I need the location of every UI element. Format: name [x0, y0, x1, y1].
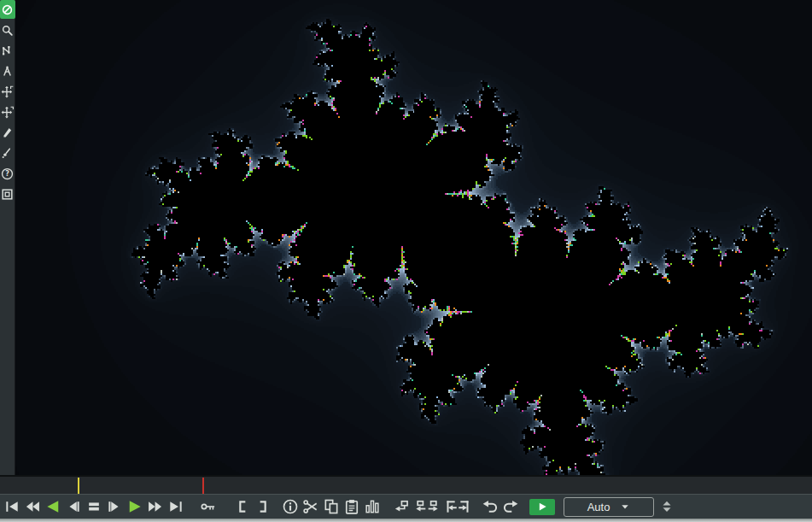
knife-icon — [1, 126, 14, 139]
goto-end-button[interactable] — [166, 496, 186, 517]
playback-rate-dropdown[interactable]: Auto — [564, 497, 654, 517]
polyline-tool-button[interactable] — [0, 41, 15, 60]
timeline[interactable] — [0, 475, 812, 494]
measure-tool-button[interactable] — [0, 62, 15, 80]
paste-button[interactable] — [342, 496, 362, 517]
bottom-resize-handle[interactable] — [0, 519, 812, 522]
skip-start-icon — [3, 498, 20, 515]
pingpong-playback-button[interactable] — [412, 496, 442, 517]
help-button[interactable] — [0, 164, 15, 183]
fractal-viewport[interactable] — [15, 0, 812, 475]
range-icon — [443, 498, 472, 515]
step-back-button[interactable] — [63, 496, 84, 517]
play-right-icon — [126, 498, 143, 515]
stop-button[interactable] — [84, 496, 104, 517]
skip-end-icon — [167, 498, 184, 515]
compass-icon — [1, 65, 14, 78]
marker-jump-icon — [393, 498, 410, 515]
set-in-point-button[interactable] — [232, 496, 253, 517]
no-tool-button[interactable] — [0, 0, 15, 19]
redo-button[interactable] — [500, 496, 521, 517]
play-left-icon — [44, 498, 61, 515]
up-down-arrows-icon — [660, 499, 674, 514]
chevron-down-icon — [620, 501, 630, 512]
viewer-canvas-area — [15, 0, 812, 475]
scissors-icon — [302, 498, 319, 515]
goto-start-button[interactable] — [2, 496, 22, 517]
cut-button[interactable] — [301, 496, 321, 517]
move-corner-a-icon — [1, 85, 14, 98]
frame-icon — [1, 188, 14, 201]
circle-slash-icon — [1, 3, 14, 16]
step-right-icon — [106, 498, 123, 515]
info-icon — [282, 498, 299, 515]
histogram-button[interactable] — [362, 496, 383, 517]
undo-icon — [482, 498, 499, 515]
bracket-left-icon — [234, 498, 251, 515]
render-button[interactable] — [529, 499, 555, 515]
rewind-icon — [24, 498, 41, 515]
polyline-icon — [1, 44, 14, 57]
frame-tool-button[interactable] — [0, 185, 15, 203]
fast-forward-icon — [147, 498, 164, 515]
key-icon — [200, 498, 217, 515]
paste-icon — [343, 498, 360, 515]
brush-tool-button[interactable] — [0, 144, 15, 162]
step-forward-button[interactable] — [104, 496, 125, 517]
playhead-marker[interactable] — [78, 478, 79, 494]
edit-controls — [186, 496, 555, 517]
move-tool-b-button[interactable] — [0, 103, 15, 121]
brush-icon — [1, 147, 14, 160]
playback-rate-value: Auto — [587, 501, 610, 513]
move-tool-a-button[interactable] — [0, 82, 15, 101]
app-window: Auto — [0, 0, 812, 522]
pingpong-icon — [412, 498, 441, 515]
redo-icon — [502, 498, 519, 515]
tool-sidebar — [0, 0, 15, 475]
fast-forward-button[interactable] — [145, 496, 166, 517]
frame-spinner[interactable] — [660, 499, 674, 514]
playback-toolbar: Auto — [0, 494, 812, 519]
jump-to-marker-button[interactable] — [391, 496, 412, 517]
step-left-icon — [65, 498, 82, 515]
zoom-tool-button[interactable] — [0, 21, 15, 39]
key-button[interactable] — [198, 496, 219, 517]
bracket-right-icon — [254, 498, 272, 515]
play-forward-button[interactable] — [125, 496, 145, 517]
move-corner-b-icon — [1, 106, 14, 119]
info-button[interactable] — [280, 496, 301, 517]
copy-button[interactable] — [321, 496, 342, 517]
playback-range-button[interactable] — [442, 496, 473, 517]
magnifier-icon — [1, 24, 14, 37]
undo-button[interactable] — [480, 496, 500, 517]
stop-icon — [85, 498, 102, 515]
play-solid-icon — [536, 501, 548, 513]
histogram-icon — [364, 498, 381, 515]
cache-marker — [202, 478, 204, 494]
fast-rewind-button[interactable] — [22, 496, 43, 517]
play-backward-button[interactable] — [43, 496, 63, 517]
copy-icon — [323, 498, 340, 515]
knife-tool-button[interactable] — [0, 123, 15, 142]
transport-controls — [2, 496, 186, 517]
set-out-point-button[interactable] — [253, 496, 273, 517]
help-icon — [1, 167, 14, 180]
viewer-row — [0, 0, 812, 475]
